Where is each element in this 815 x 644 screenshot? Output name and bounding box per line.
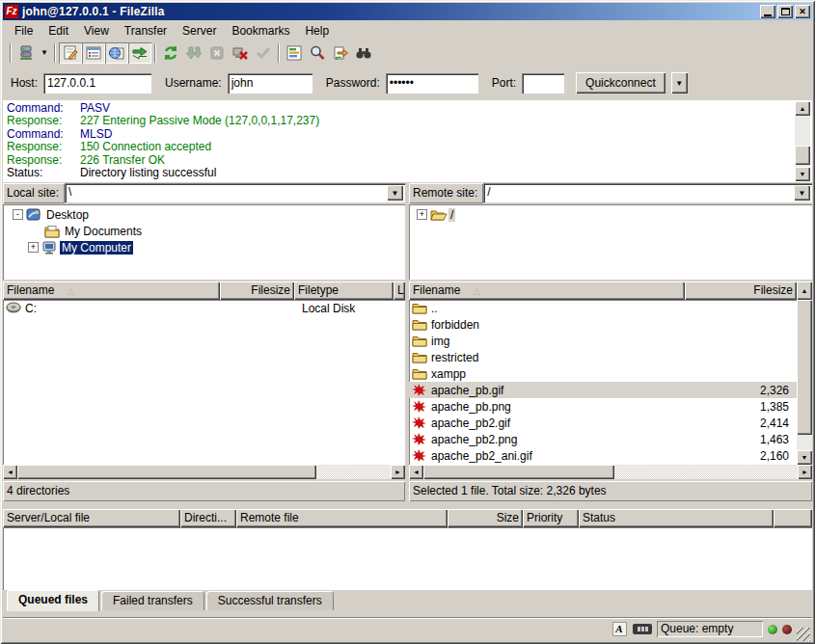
log-line: Response:227 Entering Passive Mode (127,… [7,115,793,127]
scrollbar-thumb[interactable] [423,465,614,479]
local-column-last-modified[interactable]: L [394,282,405,300]
local-horizontal-scrollbar[interactable]: ◄ ► [3,465,405,479]
toggle-remote-tree-button[interactable] [105,42,128,64]
remote-file-row-selected[interactable]: apache_pb.gif 2,326 [409,382,797,398]
remote-file-row[interactable]: img [409,333,797,349]
scroll-right-button[interactable]: ► [798,465,812,479]
titlebar[interactable]: Fz john@127.0.0.1 - FileZilla ✕ [3,3,812,20]
local-column-filesize[interactable]: Filesize [220,282,294,300]
quickconnect-button[interactable]: Quickconnect [576,72,666,94]
filter-button[interactable] [252,42,275,64]
remote-site-combobox[interactable]: / ▼ [483,183,812,202]
toggle-local-tree-button[interactable] [82,42,105,64]
queue-column-size[interactable]: Size [448,509,523,527]
scrollbar-thumb[interactable] [795,146,810,165]
menu-edit[interactable]: Edit [41,22,76,40]
process-queue-button[interactable] [182,42,205,64]
local-site-dropdown-button[interactable]: ▼ [387,185,403,201]
queue-column-priority[interactable]: Priority [523,509,579,527]
synchronized-browsing-button[interactable] [306,42,329,64]
local-file-row[interactable]: C: Local Disk [3,300,405,316]
remote-file-row[interactable]: apache_pb.png 1,385 [409,398,797,415]
tab-queued-files[interactable]: Queued files [7,590,99,611]
maximize-button[interactable] [777,5,793,18]
local-column-filetype[interactable]: Filetype [294,282,394,300]
status-bar: A Queue: empty [3,617,812,641]
remote-column-filename[interactable]: Filename △ [409,282,685,300]
cancel-operation-button[interactable] [205,42,229,64]
queue-list[interactable] [3,527,812,590]
local-site-path: \ [65,183,387,202]
tree-item-my-computer[interactable]: + My Computer [3,239,405,255]
remote-file-row[interactable]: .. [409,300,797,316]
refresh-button[interactable] [159,42,182,64]
scrollbar-thumb[interactable] [797,300,812,435]
site-manager-button[interactable] [14,42,38,64]
remote-file-row[interactable]: apache_pb2_ani.gif 2,160 [409,447,797,464]
remote-file-row[interactable]: xampp [409,365,797,382]
menu-transfer[interactable]: Transfer [117,22,175,40]
scroll-left-button[interactable]: ◄ [3,465,17,479]
local-column-filename[interactable]: Filename △ [3,282,220,300]
local-site-combobox[interactable]: \ ▼ [65,183,405,202]
scroll-down-button[interactable]: ▼ [797,450,812,465]
remote-file-row[interactable]: apache_pb2.gif 2,414 [409,415,797,431]
directory-comparison-button[interactable] [283,42,306,64]
port-input[interactable] [522,73,564,94]
expand-icon[interactable]: + [28,242,39,253]
scroll-left-button[interactable]: ◄ [409,465,423,479]
username-input[interactable] [228,73,312,94]
scroll-up-button[interactable]: ▲ [797,282,812,300]
queue-header: Server/Local file Directi... Remote file… [3,509,812,527]
toggle-message-log-button[interactable] [59,42,82,64]
menu-help[interactable]: Help [297,22,337,40]
close-button[interactable]: ✕ [795,5,810,18]
scroll-down-button[interactable]: ▼ [795,167,810,181]
remote-column-filesize[interactable]: Filesize [685,282,797,300]
tab-successful-transfers[interactable]: Successful transfers [206,591,334,610]
remote-file-row[interactable]: forbidden [409,316,797,333]
tab-failed-transfers[interactable]: Failed transfers [101,591,204,610]
file-search-button[interactable] [329,42,352,64]
tree-item-my-documents[interactable]: My Documents [3,223,405,239]
ascii-type-indicator[interactable]: A [611,622,628,637]
menu-view[interactable]: View [76,22,117,40]
remote-file-row[interactable]: apache_pb2.png 1,463 [409,431,797,447]
find-files-button[interactable] [352,42,375,64]
log-line: Response:150 Connection accepted [7,141,793,153]
scroll-right-button[interactable]: ► [391,465,405,479]
tree-item-desktop[interactable]: - Desktop [3,206,405,223]
collapse-icon[interactable]: - [13,209,23,220]
resize-grip[interactable] [797,628,810,641]
disconnect-button[interactable] [229,42,252,64]
toolbar-separator [10,43,12,63]
remote-site-dropdown-button[interactable]: ▼ [794,185,810,201]
remote-tree: + / [409,204,812,280]
queue-column-direction[interactable]: Directi... [180,509,236,527]
menu-bookmarks[interactable]: Bookmarks [224,22,297,40]
minimize-button[interactable] [760,5,775,18]
expand-icon[interactable]: + [417,209,427,220]
menu-file[interactable]: File [7,22,41,40]
queue-size-indicator: Queue: empty [657,621,763,637]
quickconnect-dropdown-button[interactable]: ▼ [671,72,688,94]
tree-item-root[interactable]: + / [409,206,812,223]
queue-column-status[interactable]: Status [579,509,774,527]
port-label: Port: [492,76,516,90]
log-scrollbar[interactable]: ▲ ▼ [795,101,810,181]
toggle-transfer-queue-button[interactable] [128,42,151,64]
host-input[interactable] [43,73,151,94]
log-line: Command:MLSD [7,128,793,141]
remote-file-row[interactable]: restricted [409,349,797,365]
folder-icon [412,302,427,314]
queue-column-remote-file[interactable]: Remote file [236,509,448,527]
queue-column-server-local-file[interactable]: Server/Local file [3,509,180,527]
message-log[interactable]: Command:PASV Response:227 Entering Passi… [3,100,812,182]
remote-vertical-scrollbar[interactable]: ▼ [797,300,812,465]
scroll-up-button[interactable]: ▲ [795,101,810,116]
password-input[interactable] [386,73,478,94]
scrollbar-thumb[interactable] [17,465,316,479]
remote-horizontal-scrollbar[interactable]: ◄ ► [409,465,812,479]
menu-server[interactable]: Server [175,22,224,40]
site-manager-dropdown-button[interactable]: ▼ [38,42,51,64]
